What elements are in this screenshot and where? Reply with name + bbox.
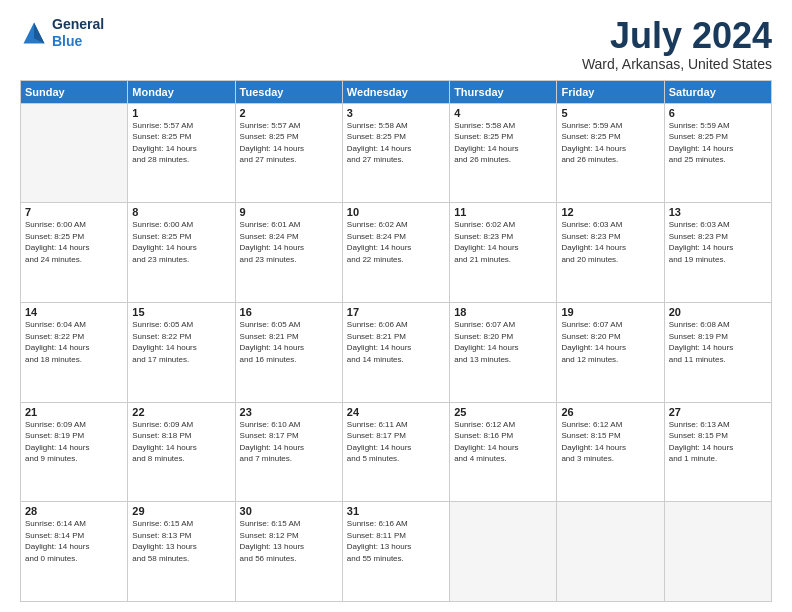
main-title: July 2024 (582, 16, 772, 56)
table-row: 16Sunrise: 6:05 AM Sunset: 8:21 PM Dayli… (235, 302, 342, 402)
day-number: 21 (25, 406, 123, 418)
day-info: Sunrise: 5:59 AM Sunset: 8:25 PM Dayligh… (561, 120, 659, 166)
day-number: 18 (454, 306, 552, 318)
day-info: Sunrise: 6:09 AM Sunset: 8:18 PM Dayligh… (132, 419, 230, 465)
day-number: 3 (347, 107, 445, 119)
calendar-week-row: 7Sunrise: 6:00 AM Sunset: 8:25 PM Daylig… (21, 203, 772, 303)
table-row: 25Sunrise: 6:12 AM Sunset: 8:16 PM Dayli… (450, 402, 557, 502)
table-row: 31Sunrise: 6:16 AM Sunset: 8:11 PM Dayli… (342, 502, 449, 602)
table-row: 19Sunrise: 6:07 AM Sunset: 8:20 PM Dayli… (557, 302, 664, 402)
day-number: 25 (454, 406, 552, 418)
day-info: Sunrise: 6:10 AM Sunset: 8:17 PM Dayligh… (240, 419, 338, 465)
table-row: 12Sunrise: 6:03 AM Sunset: 8:23 PM Dayli… (557, 203, 664, 303)
day-number: 30 (240, 505, 338, 517)
day-number: 9 (240, 206, 338, 218)
calendar-week-row: 28Sunrise: 6:14 AM Sunset: 8:14 PM Dayli… (21, 502, 772, 602)
title-block: July 2024 Ward, Arkansas, United States (582, 16, 772, 72)
day-info: Sunrise: 6:05 AM Sunset: 8:21 PM Dayligh… (240, 319, 338, 365)
day-info: Sunrise: 6:15 AM Sunset: 8:12 PM Dayligh… (240, 518, 338, 564)
header-wednesday: Wednesday (342, 80, 449, 103)
table-row: 1Sunrise: 5:57 AM Sunset: 8:25 PM Daylig… (128, 103, 235, 203)
table-row: 18Sunrise: 6:07 AM Sunset: 8:20 PM Dayli… (450, 302, 557, 402)
day-number: 10 (347, 206, 445, 218)
day-info: Sunrise: 6:16 AM Sunset: 8:11 PM Dayligh… (347, 518, 445, 564)
day-info: Sunrise: 5:57 AM Sunset: 8:25 PM Dayligh… (240, 120, 338, 166)
day-info: Sunrise: 6:03 AM Sunset: 8:23 PM Dayligh… (669, 219, 767, 265)
table-row: 7Sunrise: 6:00 AM Sunset: 8:25 PM Daylig… (21, 203, 128, 303)
logo-icon (20, 19, 48, 47)
day-number: 8 (132, 206, 230, 218)
calendar-week-row: 21Sunrise: 6:09 AM Sunset: 8:19 PM Dayli… (21, 402, 772, 502)
table-row: 27Sunrise: 6:13 AM Sunset: 8:15 PM Dayli… (664, 402, 771, 502)
table-row: 3Sunrise: 5:58 AM Sunset: 8:25 PM Daylig… (342, 103, 449, 203)
day-number: 22 (132, 406, 230, 418)
logo: General Blue (20, 16, 104, 50)
day-info: Sunrise: 6:09 AM Sunset: 8:19 PM Dayligh… (25, 419, 123, 465)
day-info: Sunrise: 5:59 AM Sunset: 8:25 PM Dayligh… (669, 120, 767, 166)
day-number: 14 (25, 306, 123, 318)
day-info: Sunrise: 6:01 AM Sunset: 8:24 PM Dayligh… (240, 219, 338, 265)
day-number: 5 (561, 107, 659, 119)
table-row: 2Sunrise: 5:57 AM Sunset: 8:25 PM Daylig… (235, 103, 342, 203)
table-row: 23Sunrise: 6:10 AM Sunset: 8:17 PM Dayli… (235, 402, 342, 502)
day-number: 2 (240, 107, 338, 119)
day-number: 16 (240, 306, 338, 318)
day-number: 27 (669, 406, 767, 418)
day-number: 23 (240, 406, 338, 418)
table-row: 24Sunrise: 6:11 AM Sunset: 8:17 PM Dayli… (342, 402, 449, 502)
day-number: 26 (561, 406, 659, 418)
table-row: 21Sunrise: 6:09 AM Sunset: 8:19 PM Dayli… (21, 402, 128, 502)
day-info: Sunrise: 6:08 AM Sunset: 8:19 PM Dayligh… (669, 319, 767, 365)
day-number: 12 (561, 206, 659, 218)
day-info: Sunrise: 6:02 AM Sunset: 8:24 PM Dayligh… (347, 219, 445, 265)
day-info: Sunrise: 6:15 AM Sunset: 8:13 PM Dayligh… (132, 518, 230, 564)
table-row: 17Sunrise: 6:06 AM Sunset: 8:21 PM Dayli… (342, 302, 449, 402)
day-info: Sunrise: 6:04 AM Sunset: 8:22 PM Dayligh… (25, 319, 123, 365)
table-row: 26Sunrise: 6:12 AM Sunset: 8:15 PM Dayli… (557, 402, 664, 502)
day-info: Sunrise: 6:06 AM Sunset: 8:21 PM Dayligh… (347, 319, 445, 365)
subtitle: Ward, Arkansas, United States (582, 56, 772, 72)
header: General Blue July 2024 Ward, Arkansas, U… (20, 16, 772, 72)
table-row: 6Sunrise: 5:59 AM Sunset: 8:25 PM Daylig… (664, 103, 771, 203)
table-row: 22Sunrise: 6:09 AM Sunset: 8:18 PM Dayli… (128, 402, 235, 502)
day-number: 7 (25, 206, 123, 218)
table-row: 20Sunrise: 6:08 AM Sunset: 8:19 PM Dayli… (664, 302, 771, 402)
header-thursday: Thursday (450, 80, 557, 103)
table-row: 10Sunrise: 6:02 AM Sunset: 8:24 PM Dayli… (342, 203, 449, 303)
calendar-week-row: 1Sunrise: 5:57 AM Sunset: 8:25 PM Daylig… (21, 103, 772, 203)
day-number: 31 (347, 505, 445, 517)
table-row: 9Sunrise: 6:01 AM Sunset: 8:24 PM Daylig… (235, 203, 342, 303)
day-info: Sunrise: 6:13 AM Sunset: 8:15 PM Dayligh… (669, 419, 767, 465)
table-row (557, 502, 664, 602)
table-row: 5Sunrise: 5:59 AM Sunset: 8:25 PM Daylig… (557, 103, 664, 203)
table-row (21, 103, 128, 203)
day-number: 29 (132, 505, 230, 517)
day-info: Sunrise: 6:11 AM Sunset: 8:17 PM Dayligh… (347, 419, 445, 465)
table-row: 4Sunrise: 5:58 AM Sunset: 8:25 PM Daylig… (450, 103, 557, 203)
header-friday: Friday (557, 80, 664, 103)
day-number: 15 (132, 306, 230, 318)
calendar-week-row: 14Sunrise: 6:04 AM Sunset: 8:22 PM Dayli… (21, 302, 772, 402)
day-info: Sunrise: 5:58 AM Sunset: 8:25 PM Dayligh… (454, 120, 552, 166)
day-number: 28 (25, 505, 123, 517)
day-info: Sunrise: 6:03 AM Sunset: 8:23 PM Dayligh… (561, 219, 659, 265)
header-monday: Monday (128, 80, 235, 103)
table-row: 29Sunrise: 6:15 AM Sunset: 8:13 PM Dayli… (128, 502, 235, 602)
day-number: 17 (347, 306, 445, 318)
day-info: Sunrise: 5:58 AM Sunset: 8:25 PM Dayligh… (347, 120, 445, 166)
day-info: Sunrise: 5:57 AM Sunset: 8:25 PM Dayligh… (132, 120, 230, 166)
table-row: 11Sunrise: 6:02 AM Sunset: 8:23 PM Dayli… (450, 203, 557, 303)
table-row: 14Sunrise: 6:04 AM Sunset: 8:22 PM Dayli… (21, 302, 128, 402)
table-row: 8Sunrise: 6:00 AM Sunset: 8:25 PM Daylig… (128, 203, 235, 303)
day-number: 19 (561, 306, 659, 318)
page: General Blue July 2024 Ward, Arkansas, U… (0, 0, 792, 612)
table-row: 13Sunrise: 6:03 AM Sunset: 8:23 PM Dayli… (664, 203, 771, 303)
table-row: 15Sunrise: 6:05 AM Sunset: 8:22 PM Dayli… (128, 302, 235, 402)
calendar-table: Sunday Monday Tuesday Wednesday Thursday… (20, 80, 772, 602)
day-info: Sunrise: 6:12 AM Sunset: 8:15 PM Dayligh… (561, 419, 659, 465)
header-saturday: Saturday (664, 80, 771, 103)
calendar-header-row: Sunday Monday Tuesday Wednesday Thursday… (21, 80, 772, 103)
day-number: 13 (669, 206, 767, 218)
day-info: Sunrise: 6:05 AM Sunset: 8:22 PM Dayligh… (132, 319, 230, 365)
day-number: 11 (454, 206, 552, 218)
